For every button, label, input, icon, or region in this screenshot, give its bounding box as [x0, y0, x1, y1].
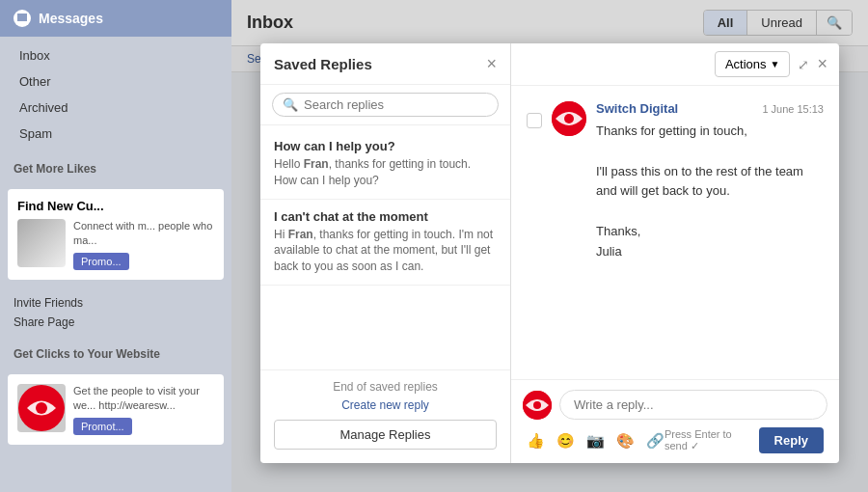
close-conversation-button[interactable]: ×	[817, 54, 827, 74]
reply-button[interactable]: Reply	[759, 427, 824, 453]
like-icon[interactable]: 👍	[527, 432, 545, 450]
camera-icon[interactable]: 📷	[586, 432, 605, 450]
search-icon: 🔍	[283, 97, 298, 112]
invite-friends-link[interactable]: Invite Friends	[14, 293, 218, 313]
sidebar-item-archived[interactable]: Archived	[0, 95, 231, 121]
create-new-reply-link[interactable]: Create new reply	[341, 398, 429, 412]
card-likes-text: Connect with m... people who ma... Promo…	[73, 219, 214, 270]
card-likes-title: Find New Cu...	[17, 199, 214, 213]
share-page-link[interactable]: Share Page	[14, 313, 218, 332]
sidebar-section-clicks: Get Clicks to Your Website	[0, 338, 231, 367]
expand-button[interactable]: ⤢	[798, 57, 809, 72]
reply-toolbar: 👍 😊 📷 🎨 🔗 Press Enter to send ✓ Reply	[523, 427, 827, 453]
sidebar-card-likes: Find New Cu... Connect with m... people …	[8, 189, 224, 280]
message-checkbox[interactable]	[527, 113, 542, 128]
replies-footer: End of saved replies Create new reply Ma…	[260, 369, 510, 463]
close-saved-replies-button[interactable]: ×	[486, 55, 497, 72]
promo-button-likes[interactable]: Promo...	[73, 253, 129, 270]
reply-item-title: I can't chat at the moment	[274, 209, 497, 224]
reply-input-row	[523, 390, 827, 420]
sidebar-item-other[interactable]: Other	[0, 68, 231, 95]
sticker-icon[interactable]: 🎨	[616, 432, 635, 450]
manage-replies-button[interactable]: Manage Replies	[274, 420, 497, 450]
card-clicks-img	[17, 384, 66, 432]
sidebar-section-likes: Get More Likes	[0, 152, 231, 181]
search-input[interactable]	[304, 97, 488, 112]
reply-item-title: How can I help you?	[274, 139, 497, 153]
sender-name: Switch Digital	[596, 101, 678, 116]
sidebar-card-clicks: Get the people to visit your we... http:…	[8, 374, 224, 445]
sidebar-item-inbox[interactable]: Inbox	[0, 42, 231, 68]
reply-icons: 👍 😊 📷 🎨 🔗	[527, 432, 665, 450]
sidebar-header: Messages	[0, 0, 231, 37]
actions-button[interactable]: Actions ▼	[715, 51, 791, 77]
table-row: Switch Digital 1 June 15:13 Thanks for g…	[527, 101, 824, 262]
main-content: Inbox All Unread 🔍 Select All Deselect A…	[231, 0, 868, 492]
message-content: Switch Digital 1 June 15:13 Thanks for g…	[596, 101, 824, 262]
reply-send-area: Press Enter to send ✓ Reply	[665, 427, 824, 453]
avatar	[552, 101, 586, 136]
list-item[interactable]: I can't chat at the moment Hi Fran, than…	[260, 200, 510, 286]
message-time: 1 June 15:13	[762, 103, 824, 115]
svg-point-5	[533, 401, 541, 409]
emoji-icon[interactable]: 😊	[556, 432, 575, 450]
svg-point-1	[36, 402, 47, 414]
saved-replies-header: Saved Replies ×	[260, 43, 510, 85]
card-likes-img	[17, 219, 66, 267]
conversation-header: Actions ▼ ⤢ ×	[511, 43, 839, 86]
message-body: Thanks for getting in touch, I'll pass t…	[596, 122, 824, 262]
reply-box: 👍 😊 📷 🎨 🔗 Press Enter to send ✓ Reply	[511, 379, 839, 463]
sidebar-title: Messages	[39, 11, 103, 26]
card-likes-row: Connect with m... people who ma... Promo…	[17, 219, 214, 270]
search-input-wrap: 🔍	[272, 93, 499, 117]
modal-wrapper: Saved Replies × 🔍 How can I help you? He…	[260, 43, 839, 463]
actions-label: Actions	[725, 57, 767, 71]
conversation-panel: Actions ▼ ⤢ ×	[511, 43, 839, 463]
saved-replies-title: Saved Replies	[274, 56, 372, 72]
sidebar-item-spam[interactable]: Spam	[0, 121, 231, 147]
message-meta: Switch Digital 1 June 15:13	[596, 101, 824, 116]
card-clicks-row: Get the people to visit your we... http:…	[17, 384, 214, 435]
search-box: 🔍	[260, 85, 510, 125]
sidebar-links: Invite Friends Share Page	[0, 287, 231, 338]
reply-input[interactable]	[559, 390, 827, 420]
end-of-replies-text: End of saved replies	[274, 380, 497, 394]
promo-button-clicks[interactable]: Promot...	[73, 418, 132, 435]
chevron-down-icon: ▼	[771, 59, 780, 69]
press-enter-text: Press Enter to send ✓	[665, 428, 751, 452]
messages-icon	[14, 10, 31, 27]
sidebar: Messages Inbox Other Archived Spam Get M…	[0, 0, 231, 492]
card-clicks-text: Get the people to visit your we... http:…	[73, 384, 214, 435]
saved-replies-panel: Saved Replies × 🔍 How can I help you? He…	[260, 43, 511, 463]
list-item[interactable]: How can I help you? Hello Fran, thanks f…	[260, 129, 510, 200]
reply-avatar	[523, 391, 552, 420]
link-icon[interactable]: 🔗	[646, 432, 665, 450]
replies-list: How can I help you? Hello Fran, thanks f…	[260, 125, 510, 369]
reply-item-body: Hello Fran, thanks for getting in touch.…	[274, 156, 497, 189]
reply-item-body: Hi Fran, thanks for getting in touch. I'…	[274, 227, 497, 275]
conversation-messages: Switch Digital 1 June 15:13 Thanks for g…	[511, 86, 839, 379]
svg-point-3	[564, 114, 574, 123]
sidebar-nav: Inbox Other Archived Spam	[0, 37, 231, 152]
